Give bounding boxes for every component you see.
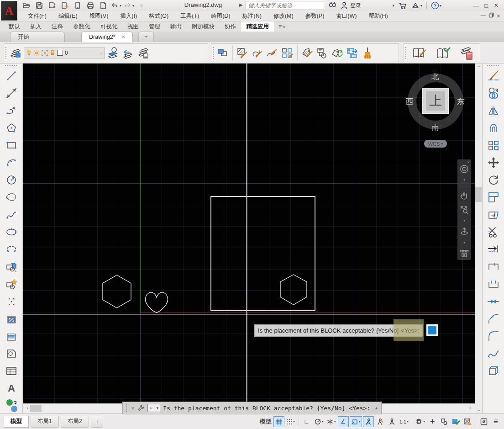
maximize-button[interactable]: □ <box>481 1 491 10</box>
search-input[interactable] <box>248 2 321 9</box>
title-expand-icon[interactable]: ▶ <box>239 2 243 7</box>
edit-hatch-icon[interactable] <box>236 45 249 61</box>
erase-tool[interactable] <box>486 68 501 83</box>
doc-close-button[interactable]: × <box>497 12 500 20</box>
menu-draw[interactable]: 绘图(D) <box>205 11 236 21</box>
osnap-dropdown[interactable]: ▾ <box>359 419 361 424</box>
command-line-text[interactable]: Is the placement of this BLOCK acceptabl… <box>163 405 370 412</box>
qat-customize-icon[interactable]: ▿ <box>136 0 147 11</box>
command-close-icon[interactable]: × <box>131 405 135 412</box>
layer-properties-icon[interactable] <box>9 45 22 61</box>
layout-tab-add-button[interactable]: + <box>91 416 103 428</box>
help-icon[interactable]: ?▾ <box>430 0 443 11</box>
ribbon-tab-view[interactable]: 视图 <box>122 21 144 32</box>
region-tool[interactable] <box>4 346 19 361</box>
help-dropdown[interactable]: ▾ <box>440 4 441 8</box>
scroll-right-icon[interactable]: › <box>467 405 474 410</box>
open-icon[interactable] <box>21 0 32 11</box>
showmotion-icon[interactable] <box>459 249 469 259</box>
doc-restore-button[interactable] <box>488 12 494 20</box>
save-as-icon[interactable] <box>47 0 58 11</box>
explode-tool[interactable] <box>486 363 501 378</box>
menu-modify[interactable]: 修改(M) <box>268 11 299 21</box>
ribbon-tab-addins[interactable]: 附加模块 <box>187 21 220 32</box>
clean-screen-toggle[interactable]: ! <box>462 416 473 427</box>
app-logo[interactable]: A <box>1 1 17 21</box>
spline-tool[interactable] <box>4 207 19 222</box>
redo-icon[interactable]: ▾ <box>123 0 134 11</box>
stretch-tool[interactable] <box>486 207 501 222</box>
search-icon[interactable] <box>327 0 338 11</box>
ellipse-tool[interactable] <box>4 224 19 239</box>
trim-tool[interactable] <box>486 224 501 239</box>
rectangle-tool[interactable] <box>4 138 19 153</box>
ellipse-arc-tool[interactable] <box>4 242 19 257</box>
insert-block-tool[interactable] <box>4 259 19 274</box>
login-label[interactable]: 登录 <box>350 2 361 10</box>
panel-grip[interactable] <box>5 47 7 60</box>
edit-reference-icon[interactable] <box>409 45 431 61</box>
rotate-tool[interactable] <box>486 172 501 187</box>
edit-array-icon[interactable] <box>281 45 294 61</box>
scroll-up-icon[interactable]: ⌃ <box>475 65 483 70</box>
arc-tool[interactable] <box>4 155 19 170</box>
snap-dropdown[interactable]: ▾ <box>293 419 295 424</box>
break-tool[interactable] <box>486 276 501 291</box>
viewcube-west[interactable]: 西 <box>403 96 416 107</box>
grid-toggle[interactable] <box>273 416 284 427</box>
file-tab-add-button[interactable]: + <box>138 32 154 42</box>
layout-tab-layout1[interactable]: 布局1 <box>31 416 59 428</box>
menu-tools[interactable]: 工具(T) <box>174 11 205 21</box>
scroll-down-icon[interactable]: ⌄ <box>475 407 483 412</box>
save-reference-icon[interactable] <box>432 45 455 61</box>
ribbon-tab-annotate[interactable]: 注释 <box>47 21 68 32</box>
menu-dimension[interactable]: 标注(N) <box>236 11 268 21</box>
command-prompt-icon[interactable]: ＞_▾ <box>147 404 161 412</box>
edit-spline-icon[interactable] <box>266 45 279 61</box>
menu-file[interactable]: 文件(F) <box>22 11 52 21</box>
close-button[interactable]: × <box>491 1 501 10</box>
panel-grip[interactable] <box>405 47 407 60</box>
layout-tab-model[interactable]: 模型 <box>4 416 29 428</box>
extend-tool[interactable] <box>486 242 501 257</box>
command-history-chevron[interactable]: ▾ <box>157 406 159 410</box>
menu-insert[interactable]: 插入(I) <box>114 11 143 21</box>
viewcube-top-face[interactable]: 上 <box>422 88 449 114</box>
new-sheet-icon[interactable] <box>98 0 109 11</box>
navbar-chevron[interactable]: ▾ <box>463 178 465 182</box>
snap-toggle[interactable]: ▾ <box>285 416 296 427</box>
create-block-tool[interactable] <box>4 276 19 291</box>
user-icon[interactable] <box>339 0 349 11</box>
menu-window[interactable]: 窗口(W) <box>330 11 362 21</box>
otrack-toggle[interactable]: ∠ <box>338 416 349 427</box>
drawing-canvas[interactable]: 北 南 西 东 上 WCS▾ × ▾ ▾ ▾ Is the placement … <box>23 64 475 403</box>
copy-object-icon[interactable] <box>216 45 230 61</box>
ribbon-tab-collaborate[interactable]: 协作 <box>220 21 241 32</box>
isodraft-toggle[interactable]: ▾ <box>326 416 337 427</box>
file-tab-start[interactable]: 开始 <box>10 32 65 42</box>
workspace-dropdown[interactable]: ▾ <box>423 419 425 424</box>
ribbon-tab-featured-apps[interactable]: 精选应用 <box>241 21 274 32</box>
annotation-visibility-toggle[interactable] <box>363 416 374 427</box>
menu-view[interactable]: 视图(V) <box>84 11 115 21</box>
isolate-objects-toggle[interactable] <box>439 416 450 427</box>
menu-edit[interactable]: 编辑(E) <box>52 11 84 21</box>
polar-tracking-toggle[interactable]: ▾ <box>313 416 325 427</box>
scale-tool[interactable] <box>486 190 501 205</box>
navbar-chevron[interactable]: ▾ <box>463 219 465 222</box>
ribbon-tab-home[interactable]: 默认 <box>4 21 25 32</box>
polyline-tool[interactable] <box>4 103 19 118</box>
login-dropdown[interactable]: ▾ <box>362 0 396 11</box>
annotation-monitor-toggle[interactable]: + <box>427 416 438 427</box>
dynamic-input-cursor[interactable] <box>426 324 438 336</box>
close-reference-icon[interactable] <box>456 45 478 61</box>
layout-tab-layout2[interactable]: 布局2 <box>61 416 89 428</box>
menu-help[interactable]: 帮助(H) <box>362 11 394 21</box>
doc-minimize-button[interactable]: — <box>481 12 486 20</box>
ribbon-tab-insert[interactable]: 插入 <box>25 21 47 32</box>
annotation-scale-icon[interactable] <box>387 416 398 427</box>
gradient-tool[interactable] <box>4 328 19 344</box>
layer-states-icon[interactable] <box>136 45 150 61</box>
polygon-tool[interactable] <box>4 120 19 135</box>
polar-dropdown[interactable]: ▾ <box>322 419 324 424</box>
